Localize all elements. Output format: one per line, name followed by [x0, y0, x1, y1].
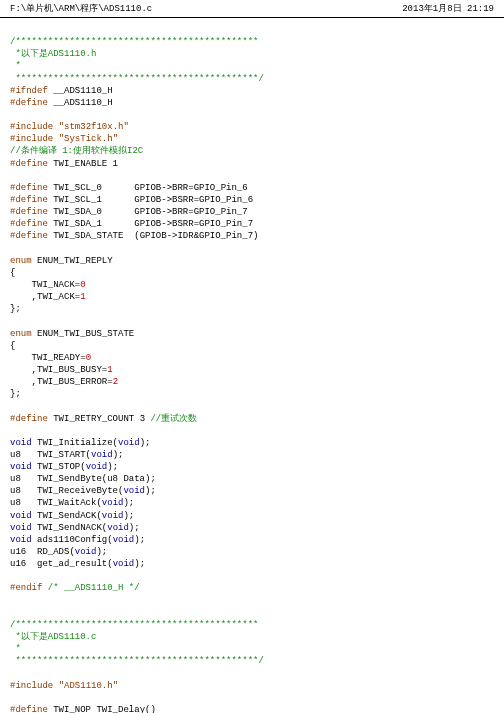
- code: ,TWI_BUS_BUSY=: [10, 365, 107, 375]
- code: TWI_SCL_0 GPIOB->BRR=GPIO_Pin_6: [48, 183, 248, 193]
- comment: /* __ADS1110_H */: [48, 583, 140, 593]
- comment: *: [10, 61, 21, 71]
- str: "ADS1110.h": [59, 681, 118, 691]
- num: 2: [113, 377, 118, 387]
- pp: #define: [10, 98, 48, 108]
- type: void: [113, 559, 135, 569]
- code: ,TWI_ACK=: [10, 292, 80, 302]
- code: TWI_RETRY_COUNT 3: [48, 414, 151, 424]
- pp: #define: [10, 159, 48, 169]
- code: );: [134, 535, 145, 545]
- num: 1: [107, 365, 112, 375]
- code: ,TWI_BUS_ERROR=: [10, 377, 113, 387]
- code: u8 TWI_WaitAck(: [10, 498, 102, 508]
- code: ads1110Config(: [32, 535, 113, 545]
- code: {: [10, 341, 15, 351]
- type: void: [86, 462, 108, 472]
- type: void: [10, 523, 32, 533]
- pp: #include: [10, 681, 53, 691]
- pp: #include: [10, 122, 53, 132]
- type: void: [102, 511, 124, 521]
- pp: #include: [10, 134, 53, 144]
- type: void: [118, 438, 140, 448]
- type: void: [113, 535, 135, 545]
- code: ENUM_TWI_REPLY: [32, 256, 113, 266]
- code: TWI_SendNACK(: [32, 523, 108, 533]
- timestamp: 2013年1月8日 21:19: [402, 2, 494, 15]
- code: );: [113, 450, 124, 460]
- code-body: /***************************************…: [0, 18, 504, 713]
- code: );: [123, 498, 134, 508]
- str: "SysTick.h": [59, 134, 118, 144]
- num: 1: [80, 292, 85, 302]
- comment: //条件编译 1:使用软件模拟I2C: [10, 146, 143, 156]
- comment: *以下是ADS1110.h: [10, 49, 96, 59]
- pp: #define: [10, 183, 48, 193]
- code: u16 RD_ADS(: [10, 547, 75, 557]
- code: TWI_SCL_1 GPIOB->BSRR=GPIO_Pin_6: [48, 195, 253, 205]
- code: );: [140, 438, 151, 448]
- code: };: [10, 389, 21, 399]
- code: TWI_STOP(: [32, 462, 86, 472]
- page-header: F:\单片机\ARM\程序\ADS1110.c 2013年1月8日 21:19: [0, 0, 504, 18]
- file-path: F:\单片机\ARM\程序\ADS1110.c: [10, 2, 152, 15]
- code: {: [10, 268, 15, 278]
- code: u8 TWI_START(: [10, 450, 91, 460]
- str: "stm32f10x.h": [59, 122, 129, 132]
- code: );: [134, 559, 145, 569]
- type: void: [10, 438, 32, 448]
- pp: #endif: [10, 583, 42, 593]
- num: 0: [86, 353, 91, 363]
- comment: /***************************************…: [10, 37, 258, 47]
- code: );: [129, 523, 140, 533]
- type: void: [102, 498, 124, 508]
- comment: ****************************************…: [10, 656, 264, 666]
- num: 0: [80, 280, 85, 290]
- code: TWI_SDA_1 GPIOB->BSRR=GPIO_Pin_7: [48, 219, 253, 229]
- pp: #define: [10, 414, 48, 424]
- kw: enum: [10, 329, 32, 339]
- pp: #define: [10, 231, 48, 241]
- type: void: [75, 547, 97, 557]
- code: __ADS1110_H: [48, 86, 113, 96]
- code: u16 get_ad_result(: [10, 559, 113, 569]
- comment: ****************************************…: [10, 74, 264, 84]
- code: );: [107, 462, 118, 472]
- code: TWI_ENABLE 1: [48, 159, 118, 169]
- code: u8 TWI_ReceiveByte(: [10, 486, 123, 496]
- type: void: [10, 511, 32, 521]
- code: u8 TWI_SendByte(u8 Data);: [10, 474, 156, 484]
- code: TWI_READY=: [10, 353, 86, 363]
- pp: #ifndef: [10, 86, 48, 96]
- type: void: [10, 462, 32, 472]
- code: TWI_SDA_0 GPIOB->BRR=GPIO_Pin_7: [48, 207, 248, 217]
- code: TWI_NOP TWI_Delay(): [48, 705, 156, 713]
- type: void: [10, 535, 32, 545]
- kw: enum: [10, 256, 32, 266]
- code: ENUM_TWI_BUS_STATE: [32, 329, 135, 339]
- pp: #define: [10, 207, 48, 217]
- code: );: [123, 511, 134, 521]
- code: TWI_Initialize(: [32, 438, 118, 448]
- code: };: [10, 304, 21, 314]
- type: void: [123, 486, 145, 496]
- type: void: [107, 523, 129, 533]
- pp: #define: [10, 705, 48, 713]
- code: TWI_SDA_STATE (GPIOB->IDR&GPIO_Pin_7): [48, 231, 259, 241]
- code: );: [96, 547, 107, 557]
- code: TWI_NACK=: [10, 280, 80, 290]
- type: void: [91, 450, 113, 460]
- comment: //重试次数: [150, 414, 197, 424]
- comment: *: [10, 644, 21, 654]
- pp: #define: [10, 219, 48, 229]
- code: TWI_SendACK(: [32, 511, 102, 521]
- comment: /***************************************…: [10, 620, 258, 630]
- code: __ADS1110_H: [48, 98, 113, 108]
- code: );: [145, 486, 156, 496]
- pp: #define: [10, 195, 48, 205]
- comment: *以下是ADS1110.c: [10, 632, 96, 642]
